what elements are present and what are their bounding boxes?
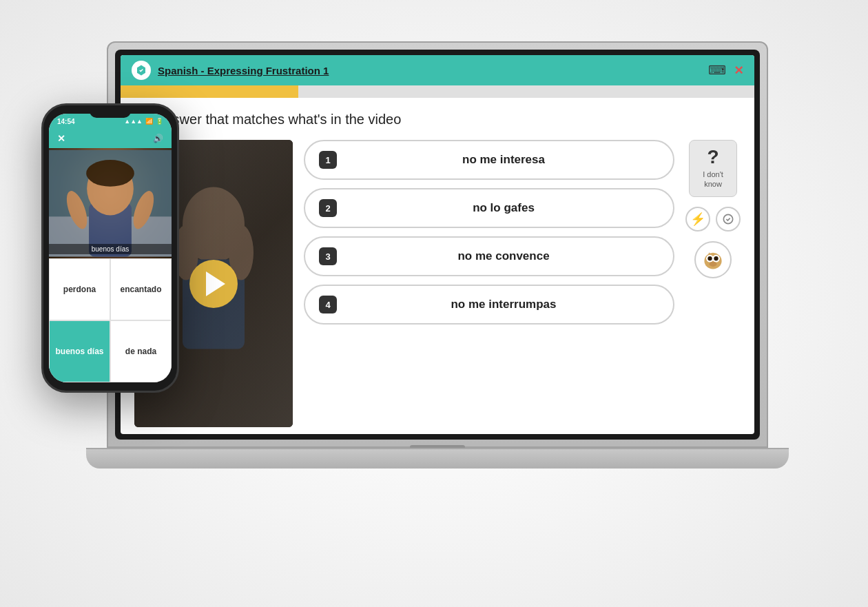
- app-header: Spanish - Expressing Frustration 1 ⌨ ×: [121, 55, 754, 85]
- dont-know-label: I don't know: [694, 169, 732, 189]
- phone-answer-4[interactable]: de nada: [110, 320, 172, 382]
- answer-text-3: no me convence: [348, 249, 659, 263]
- phone-screen: 14:54 ▲▲▲ 📶 🔋 ✕ 🔊: [49, 114, 172, 382]
- dont-know-button[interactable]: ? I don't know: [689, 140, 737, 197]
- phone-answer-1[interactable]: perdona: [49, 258, 110, 320]
- svg-point-10: [710, 261, 717, 266]
- app-logo: [132, 61, 151, 80]
- question-text: the answer that matches what's in the vi…: [134, 112, 741, 127]
- svg-point-5: [704, 253, 721, 269]
- phone-sound-button[interactable]: 🔊: [153, 134, 163, 143]
- svg-point-17: [86, 160, 134, 187]
- check-button[interactable]: [716, 207, 741, 232]
- lightning-button[interactable]: ⚡: [685, 207, 710, 232]
- phone-subtitle: buenos días: [49, 244, 172, 254]
- right-buttons: ? I don't know ⚡: [685, 140, 741, 427]
- phone-close-button[interactable]: ✕: [57, 133, 65, 144]
- answer-option-2[interactable]: 2 no lo gafes: [304, 188, 674, 228]
- answer-option-4[interactable]: 4 no me interrumpas: [304, 285, 674, 325]
- phone-notch: [90, 105, 131, 118]
- answer-option-1[interactable]: 1 no me interesa: [304, 140, 674, 180]
- phone-answer-2[interactable]: encantado: [110, 258, 172, 320]
- header-actions: ⌨ ×: [708, 61, 743, 79]
- keyboard-icon[interactable]: ⌨: [708, 63, 726, 78]
- answer-number-1: 1: [319, 151, 337, 169]
- app-window: Spanish - Expressing Frustration 1 ⌨ ×: [121, 55, 754, 434]
- close-button[interactable]: ×: [734, 61, 743, 79]
- phone-time: 14:54: [57, 118, 75, 125]
- answer-text-4: no me interrumpas: [348, 298, 659, 311]
- phone-app-header: ✕ 🔊: [49, 129, 172, 148]
- phone-answer-grid: perdona encantado buenos días de nada: [49, 258, 172, 382]
- play-button[interactable]: [189, 260, 238, 308]
- phone-container: 14:54 ▲▲▲ 📶 🔋 ✕ 🔊: [41, 103, 179, 393]
- signal-icon: ▲▲▲: [124, 118, 143, 125]
- app-title: Spanish - Expressing Frustration 1: [158, 65, 708, 76]
- battery-icon: 🔋: [156, 118, 163, 125]
- answer-number-2: 2: [319, 199, 337, 217]
- answers-column: 1 no me interesa 2 no lo gafes 3: [304, 140, 674, 427]
- answer-text-1: no me interesa: [348, 153, 659, 167]
- lightning-icon: ⚡: [690, 212, 705, 227]
- phone-frame: 14:54 ▲▲▲ 📶 🔋 ✕ 🔊: [41, 103, 179, 393]
- phone-status-icons: ▲▲▲ 📶 🔋: [124, 118, 163, 125]
- svg-point-9: [714, 256, 718, 260]
- phone-video-person: [49, 148, 172, 258]
- laptop-frame: Spanish - Expressing Frustration 1 ⌨ ×: [107, 41, 768, 524]
- icon-row: ⚡: [685, 207, 741, 232]
- mascot-button[interactable]: [694, 241, 732, 278]
- wifi-icon: 📶: [145, 118, 153, 125]
- progress-bar-fill: [121, 85, 298, 98]
- answer-number-4: 4: [319, 296, 337, 313]
- phone-video-area[interactable]: buenos días: [49, 148, 172, 258]
- answers-and-video: 1 no me interesa 2 no lo gafes 3: [134, 140, 741, 427]
- answer-option-3[interactable]: 3 no me convence: [304, 236, 674, 276]
- answer-number-3: 3: [319, 247, 337, 265]
- progress-bar-container: [121, 85, 754, 98]
- app-content: the answer that matches what's in the vi…: [121, 98, 754, 434]
- svg-point-4: [723, 214, 732, 223]
- answer-text-2: no lo gafes: [348, 201, 659, 215]
- svg-point-8: [707, 256, 712, 260]
- dont-know-symbol: ?: [707, 147, 719, 167]
- phone-answer-3[interactable]: buenos días: [49, 320, 110, 382]
